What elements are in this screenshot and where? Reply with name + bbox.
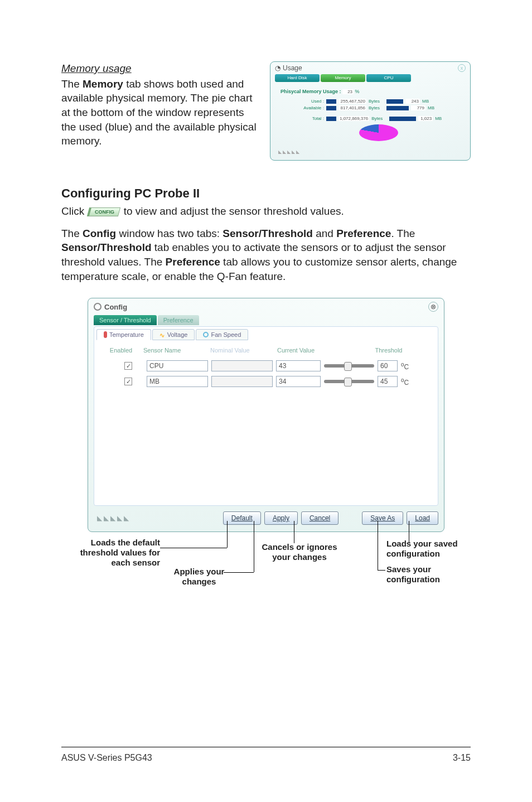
usage-window: ◔ Usage x Hard Disk Memory CPU Phisycal … [270, 61, 471, 161]
tab-memory[interactable]: Memory [321, 74, 365, 82]
load-button[interactable]: Load [407, 511, 438, 525]
subtab-temperature[interactable]: Temperature [96, 329, 151, 340]
callout-saveas: Saves your configuration [386, 564, 481, 584]
config-para2: The Config window has two tabs: Sensor/T… [61, 226, 471, 284]
tab-preference[interactable]: Preference [158, 315, 199, 325]
unit-label: oC [401, 377, 409, 386]
gear-icon [94, 303, 101, 311]
thermometer-icon [104, 331, 107, 338]
subtab-fanspeed[interactable]: Fan Speed [196, 329, 248, 340]
sensor-name-input[interactable] [147, 376, 208, 387]
tab-sensor-threshold[interactable]: Sensor / Threshold [94, 315, 157, 325]
cancel-button[interactable]: Cancel [301, 511, 338, 525]
usage-row-avail: Available : 817,401,856 Bytes 779 MB [297, 105, 460, 110]
resize-grip: ◣◣◣◣◣ [94, 514, 130, 522]
nominal-input [211, 376, 273, 387]
config-click-line: Click CONFIG to view and adjust the sens… [61, 204, 471, 219]
usage-row-total: Total : 1,072,869,376 Bytes 1,023 MB [297, 116, 460, 121]
tab-cpu[interactable]: CPU [366, 74, 411, 82]
default-button[interactable]: Default [223, 511, 261, 525]
memory-heading: Memory usage [61, 61, 260, 76]
close-icon[interactable]: ⊗ [428, 302, 438, 312]
sensor-name-input[interactable] [147, 360, 208, 371]
footer-left: ASUS V-Series P5G43 [61, 753, 152, 763]
table-header: Enabled Sensor Name Nominal Value Curren… [96, 344, 436, 358]
config-window: Config ⊗ Sensor / Threshold Preference T… [88, 298, 444, 532]
callout-default: Loads the default threshold values for e… [65, 538, 160, 568]
phys-mem-label: Phisycal Memory Usage : [280, 89, 341, 94]
threshold-slider[interactable] [324, 380, 374, 383]
saveas-button[interactable]: Save As [362, 511, 403, 525]
nominal-input [211, 360, 273, 371]
phys-mem-pct: 23 [342, 89, 354, 94]
callout-apply: Applies your changes [166, 567, 233, 587]
footer-right: 3-15 [453, 753, 471, 763]
threshold-input[interactable] [378, 360, 398, 371]
config-button[interactable]: CONFIG [87, 207, 120, 216]
apply-button[interactable]: Apply [264, 511, 298, 525]
close-icon[interactable]: x [458, 64, 466, 72]
usage-icon: ◔ [275, 64, 280, 72]
threshold-input[interactable] [378, 376, 398, 387]
threshold-slider[interactable] [324, 364, 374, 368]
resize-grip: ◣◣◣◣◣ [275, 149, 466, 154]
enable-checkbox[interactable]: ✓ [124, 362, 132, 370]
enable-checkbox[interactable]: ✓ [124, 378, 132, 385]
configuring-heading: Configuring PC Probe II [61, 186, 471, 201]
voltage-icon: ∿ [159, 332, 165, 337]
table-row: ✓ oC [96, 358, 436, 374]
tab-harddisk[interactable]: Hard Disk [275, 74, 320, 82]
callout-cancel: Cancels or ignores your changes [260, 542, 338, 562]
table-row: ✓ oC [96, 374, 436, 389]
current-input [276, 360, 321, 371]
memory-pie-chart [359, 124, 398, 144]
fan-icon [203, 332, 209, 337]
config-win-title: Config [104, 303, 127, 311]
usage-title: Usage [283, 64, 302, 72]
subtab-voltage[interactable]: ∿Voltage [152, 329, 195, 340]
usage-row-used: Used : 255,467,520 Bytes 243 MB [297, 99, 460, 104]
unit-label: oC [401, 361, 409, 371]
callout-load: Loads your saved configuration [386, 539, 481, 559]
memory-usage-text: Memory usage The Memory tab shows both u… [61, 61, 260, 161]
current-input [276, 376, 321, 387]
